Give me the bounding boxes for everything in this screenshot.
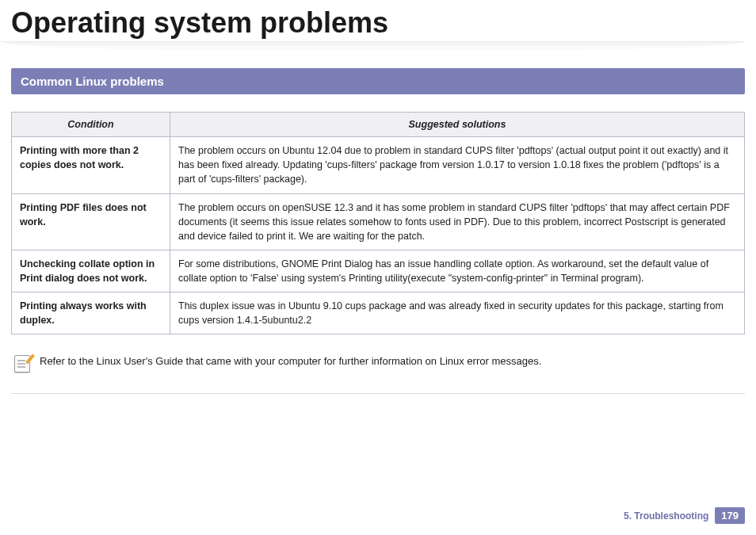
cell-solution: The problem occurs on Ubuntu 12.04 due t…: [170, 137, 745, 193]
table-row: Unchecking collate option in Print dialo…: [12, 250, 745, 292]
table-row: Printing always works with duplex. This …: [12, 292, 745, 334]
bottom-divider: [11, 393, 745, 394]
note-text: Refer to the Linux User's Guide that cam…: [40, 355, 541, 367]
table-header-row: Condition Suggested solutions: [12, 113, 745, 137]
cell-condition: Printing with more than 2 copies does no…: [12, 137, 170, 193]
footer-page-number: 179: [715, 507, 745, 524]
note-icon: [14, 355, 30, 373]
cell-solution: This duplex issue was in Ubuntu 9.10 cup…: [170, 292, 745, 334]
header-solutions: Suggested solutions: [170, 113, 745, 137]
header-condition: Condition: [12, 113, 170, 137]
table-row: Printing with more than 2 copies does no…: [12, 137, 745, 193]
footer-chapter: 5. Troubleshooting: [624, 510, 708, 522]
page-footer: 5. Troubleshooting 179: [624, 507, 745, 524]
page-title: Operating system problems: [0, 0, 756, 41]
note-row: Refer to the Linux User's Guide that cam…: [11, 355, 745, 373]
cell-solution: For some distributions, GNOME Print Dial…: [170, 250, 745, 292]
table-row: Printing PDF files does not work. The pr…: [12, 193, 745, 250]
cell-condition: Printing PDF files does not work.: [12, 193, 170, 250]
content-area: Common Linux problems Condition Suggeste…: [0, 68, 756, 394]
cell-condition: Unchecking collate option in Print dialo…: [12, 250, 170, 292]
cell-condition: Printing always works with duplex.: [12, 292, 170, 334]
problems-table: Condition Suggested solutions Printing w…: [11, 112, 745, 334]
section-heading: Common Linux problems: [11, 68, 745, 94]
title-divider: [0, 41, 745, 52]
cell-solution: The problem occurs on openSUSE 12.3 and …: [170, 193, 745, 250]
